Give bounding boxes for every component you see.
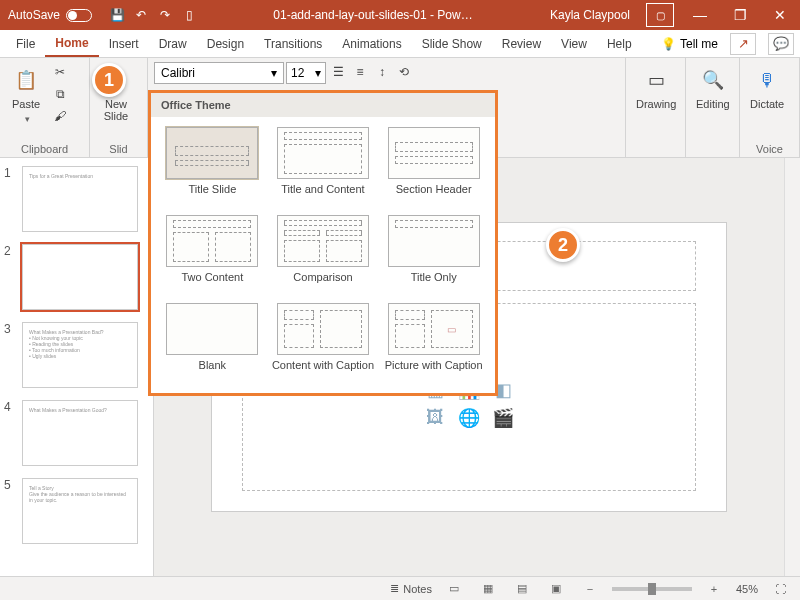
slide-preview: Tell a Story Give the audience a reason … <box>22 478 138 544</box>
online-pictures-icon[interactable]: 🌐 <box>455 407 483 429</box>
group-drawing: ▭ Drawing <box>626 58 686 157</box>
font-name-value: Calibri <box>161 66 195 80</box>
save-icon[interactable]: 💾 <box>106 4 128 26</box>
slide-sorter-icon[interactable]: ▦ <box>476 580 500 598</box>
notes-button[interactable]: ≣ Notes <box>390 582 432 595</box>
layout-title-only[interactable]: Title Only <box>382 215 485 295</box>
layout-comparison[interactable]: Comparison <box>272 215 375 295</box>
layout-content-with-caption[interactable]: Content with Caption <box>272 303 375 383</box>
zoom-out-button[interactable]: − <box>578 580 602 598</box>
redo-icon[interactable]: ↷ <box>154 4 176 26</box>
slide-thumbnail-panel[interactable]: 1 Tips for a Great Presentation 2 3 What… <box>0 158 154 576</box>
comments-button[interactable]: 💬 <box>768 33 794 55</box>
restore-icon[interactable]: ❐ <box>720 0 760 30</box>
slide-preview: What Makes a Presentation Bad? • Not kno… <box>22 322 138 388</box>
paste-button[interactable]: 📋 Paste <box>6 62 46 126</box>
lightbulb-icon: 💡 <box>661 37 676 51</box>
zoom-level[interactable]: 45% <box>736 583 758 595</box>
cut-icon[interactable]: ✂ <box>50 62 70 82</box>
pictures-icon[interactable]: 🖼 <box>421 407 449 429</box>
format-painter-icon[interactable]: 🖌 <box>50 106 70 126</box>
group-editing: 🔍 Editing <box>686 58 740 157</box>
slide-preview <box>22 244 138 310</box>
tab-help[interactable]: Help <box>597 30 642 57</box>
tab-home[interactable]: Home <box>45 30 98 57</box>
quick-access-toolbar: 💾 ↶ ↷ ▯ <box>100 4 206 26</box>
tell-me-search[interactable]: 💡 Tell me <box>661 37 718 51</box>
slideshow-view-icon[interactable]: ▣ <box>544 580 568 598</box>
slides-group-label: Slid <box>96 141 141 155</box>
tab-draw[interactable]: Draw <box>149 30 197 57</box>
close-icon[interactable]: ✕ <box>760 0 800 30</box>
editing-label: Editing <box>696 98 730 110</box>
dictate-button[interactable]: 🎙 Dictate <box>746 62 788 112</box>
document-title: 01-add-and-lay-out-slides-01 - Pow… <box>206 8 540 22</box>
editing-button[interactable]: 🔍 Editing <box>692 62 734 112</box>
group-clipboard: 📋 Paste ✂ ⧉ 🖌 Clipboard <box>0 58 90 157</box>
video-icon[interactable]: 🎬 <box>489 407 517 429</box>
reading-view-icon[interactable]: ▤ <box>510 580 534 598</box>
tab-slideshow[interactable]: Slide Show <box>412 30 492 57</box>
tab-animations[interactable]: Animations <box>332 30 411 57</box>
slide-thumb-1[interactable]: 1 Tips for a Great Presentation <box>4 166 145 232</box>
layout-label: Section Header <box>396 183 472 207</box>
font-name-combo[interactable]: Calibri ▾ <box>154 62 284 84</box>
layout-section-header[interactable]: Section Header <box>382 127 485 207</box>
minimize-icon[interactable]: ― <box>680 0 720 30</box>
callout-1: 1 <box>92 63 126 97</box>
slide-number: 1 <box>4 166 16 232</box>
slide-thumb-4[interactable]: 4 What Makes a Presentation Good? <box>4 400 145 466</box>
user-name[interactable]: Kayla Claypool <box>540 8 640 22</box>
slide-thumb-3[interactable]: 3 What Makes a Presentation Bad? • Not k… <box>4 322 145 388</box>
layout-two-content[interactable]: Two Content <box>161 215 264 295</box>
voice-group-label: Voice <box>746 141 793 155</box>
start-from-beginning-icon[interactable]: ▯ <box>178 4 200 26</box>
layout-title-and-content[interactable]: Title and Content <box>272 127 375 207</box>
ribbon-display-icon[interactable]: ▢ <box>646 3 674 27</box>
text-direction-icon[interactable]: ⟲ <box>394 62 414 82</box>
drawing-button[interactable]: ▭ Drawing <box>632 62 680 112</box>
tab-design[interactable]: Design <box>197 30 254 57</box>
line-spacing-icon[interactable]: ↕ <box>372 62 392 82</box>
title-bar: AutoSave 💾 ↶ ↷ ▯ 01-add-and-lay-out-slid… <box>0 0 800 30</box>
slide-thumb-5[interactable]: 5 Tell a Story Give the audience a reaso… <box>4 478 145 544</box>
group-voice: 🎙 Dictate Voice <box>740 58 800 157</box>
tab-transitions[interactable]: Transitions <box>254 30 332 57</box>
autosave-toggle[interactable]: AutoSave <box>0 8 100 22</box>
ribbon-tabs: File Home Insert Draw Design Transitions… <box>0 30 800 58</box>
new-slide-label: New Slide <box>104 98 128 122</box>
slide-number: 4 <box>4 400 16 466</box>
slide-number: 5 <box>4 478 16 544</box>
share-button[interactable]: ↗ <box>730 33 756 55</box>
window-controls: ― ❐ ✕ <box>680 0 800 30</box>
zoom-in-button[interactable]: + <box>702 580 726 598</box>
font-size-value: 12 <box>291 66 304 80</box>
notes-icon: ≣ <box>390 582 399 595</box>
tab-review[interactable]: Review <box>492 30 551 57</box>
vertical-scrollbar[interactable] <box>784 158 800 576</box>
numbering-icon[interactable]: ≡ <box>350 62 370 82</box>
bullets-icon[interactable]: ☰ <box>328 62 348 82</box>
fit-to-window-icon[interactable]: ⛶ <box>768 580 792 598</box>
status-bar: ≣ Notes ▭ ▦ ▤ ▣ − + 45% ⛶ <box>0 576 800 600</box>
layout-title-slide[interactable]: Title Slide <box>161 127 264 207</box>
notes-label: Notes <box>403 583 432 595</box>
copy-icon[interactable]: ⧉ <box>50 84 70 104</box>
paste-label: Paste <box>12 98 40 110</box>
tab-view[interactable]: View <box>551 30 597 57</box>
slide-thumb-2[interactable]: 2 <box>4 244 145 310</box>
tab-file[interactable]: File <box>6 30 45 57</box>
layout-label: Content with Caption <box>272 359 374 383</box>
undo-icon[interactable]: ↶ <box>130 4 152 26</box>
tab-insert[interactable]: Insert <box>99 30 149 57</box>
slide-number: 2 <box>4 244 16 310</box>
layout-picture-with-caption[interactable]: ▭ Picture with Caption <box>382 303 485 383</box>
font-size-combo[interactable]: 12 ▾ <box>286 62 326 84</box>
layout-label: Picture with Caption <box>385 359 483 383</box>
chevron-down-icon: ▾ <box>271 66 277 80</box>
layout-blank[interactable]: Blank <box>161 303 264 383</box>
zoom-slider[interactable] <box>612 587 692 591</box>
callout-2: 2 <box>546 228 580 262</box>
layout-label: Comparison <box>293 271 352 295</box>
normal-view-icon[interactable]: ▭ <box>442 580 466 598</box>
